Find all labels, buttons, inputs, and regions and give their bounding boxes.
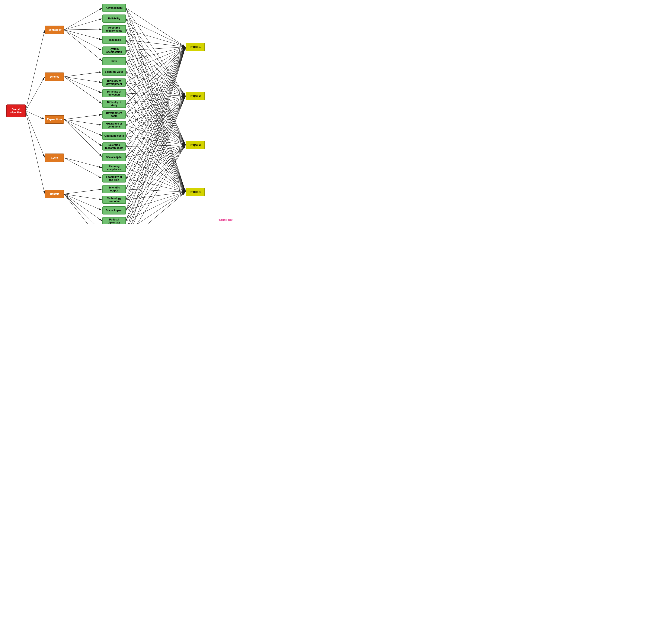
p4: Project 4 — [186, 187, 205, 196]
svg-line-228 — [126, 147, 185, 224]
svg-line-26 — [64, 77, 101, 93]
svg-line-214 — [126, 192, 184, 210]
svg-marker-141 — [182, 143, 186, 145]
svg-line-102 — [126, 61, 185, 191]
svg-marker-45 — [99, 189, 102, 191]
svg-line-38 — [64, 119, 101, 156]
svg-line-194 — [126, 97, 185, 189]
svg-line-226 — [126, 97, 185, 224]
svg-marker-145 — [183, 47, 186, 50]
svg-line-144 — [126, 48, 185, 125]
svg-marker-159 — [183, 189, 186, 192]
svg-line-52 — [64, 194, 101, 224]
l11: Developmentcosts — [102, 110, 126, 119]
svg-line-40 — [64, 158, 101, 167]
svg-line-146 — [126, 97, 184, 125]
svg-marker-85 — [183, 142, 186, 145]
svg-marker-97 — [182, 47, 186, 49]
svg-line-8 — [26, 111, 44, 192]
l19: Technologypromotion — [102, 196, 126, 204]
svg-marker-31 — [99, 114, 102, 116]
svg-marker-147 — [182, 96, 186, 98]
svg-line-200 — [126, 48, 185, 200]
svg-line-44 — [64, 189, 101, 194]
svg-line-6 — [26, 111, 44, 156]
benefit: Benefit — [45, 190, 64, 198]
svg-marker-151 — [183, 189, 186, 192]
svg-line-114 — [126, 82, 184, 96]
svg-line-132 — [126, 104, 184, 144]
p2: Project 2 — [186, 92, 205, 100]
svg-marker-101 — [183, 142, 186, 145]
svg-marker-189 — [182, 145, 186, 147]
svg-line-4 — [26, 111, 43, 119]
svg-marker-213 — [183, 145, 186, 148]
svg-marker-127 — [183, 189, 186, 192]
svg-marker-217 — [184, 47, 186, 50]
svg-line-184 — [126, 48, 185, 178]
svg-line-76 — [126, 29, 185, 144]
svg-line-182 — [126, 168, 184, 191]
svg-line-234 — [126, 97, 185, 224]
svg-marker-35 — [99, 134, 102, 136]
svg-line-236 — [126, 147, 185, 224]
svg-marker-173 — [182, 145, 186, 147]
svg-marker-113 — [182, 47, 186, 49]
svg-marker-49 — [99, 208, 102, 210]
svg-marker-39 — [99, 154, 102, 157]
svg-marker-67 — [183, 93, 186, 96]
svg-marker-235 — [184, 96, 186, 99]
svg-marker-25 — [99, 81, 102, 83]
l2: Reliability — [102, 15, 126, 23]
svg-marker-71 — [184, 189, 186, 192]
science: Science — [45, 73, 64, 81]
svg-marker-203 — [183, 96, 186, 99]
svg-marker-99 — [182, 93, 186, 96]
diagram: OverallobjectiveTechnologyScienceExpendi… — [0, 0, 235, 224]
l21: Politicaldiplomacy — [102, 217, 126, 224]
svg-line-168 — [126, 48, 185, 157]
svg-line-42 — [64, 158, 101, 178]
p3: Project 3 — [186, 141, 205, 149]
svg-marker-123 — [182, 95, 186, 97]
l20: Social impact — [102, 206, 126, 215]
svg-line-46 — [64, 194, 101, 200]
svg-marker-23 — [99, 71, 102, 73]
svg-marker-161 — [183, 47, 186, 50]
svg-marker-195 — [183, 96, 186, 99]
svg-marker-205 — [183, 145, 186, 148]
svg-marker-197 — [183, 145, 186, 148]
svg-line-180 — [126, 146, 184, 168]
svg-line-142 — [126, 115, 185, 191]
svg-marker-109 — [183, 142, 186, 145]
svg-line-138 — [126, 96, 184, 115]
svg-line-90 — [126, 51, 184, 95]
svg-marker-33 — [99, 124, 102, 126]
svg-line-34 — [64, 119, 101, 135]
svg-marker-143 — [183, 189, 186, 192]
svg-marker-191 — [182, 191, 186, 192]
svg-line-100 — [126, 61, 185, 144]
svg-line-112 — [126, 48, 184, 82]
svg-marker-209 — [184, 47, 186, 50]
svg-marker-157 — [182, 144, 186, 145]
svg-line-70 — [126, 19, 185, 190]
svg-line-68 — [126, 19, 185, 144]
svg-line-222 — [126, 193, 184, 221]
svg-line-188 — [126, 146, 184, 178]
svg-line-110 — [126, 72, 185, 191]
svg-marker-215 — [182, 192, 186, 194]
svg-line-176 — [126, 48, 185, 168]
svg-marker-193 — [184, 47, 186, 50]
svg-marker-5 — [41, 117, 45, 119]
svg-line-94 — [126, 51, 185, 191]
svg-line-116 — [126, 82, 184, 144]
svg-line-88 — [126, 47, 184, 51]
svg-marker-121 — [183, 47, 186, 50]
svg-line-134 — [126, 104, 185, 191]
l16: Planningcompliance — [102, 164, 126, 172]
svg-marker-139 — [182, 96, 186, 98]
svg-line-108 — [126, 72, 185, 144]
l7: Scientific value — [102, 68, 126, 76]
svg-marker-153 — [183, 47, 186, 50]
